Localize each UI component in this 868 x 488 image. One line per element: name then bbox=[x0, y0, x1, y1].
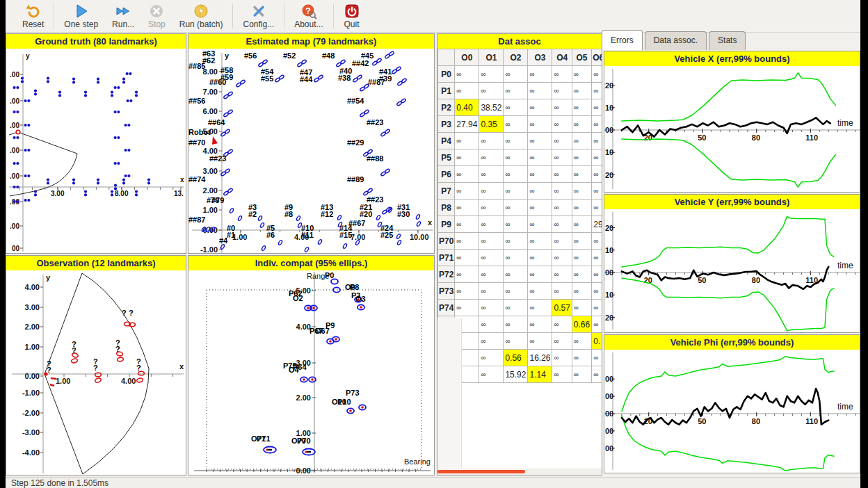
table-row: P9∞∞∞∞∞∞29 bbox=[438, 216, 602, 233]
svg-text:2.00: 2.00 bbox=[296, 393, 311, 402]
cell-P71-O2: ∞ bbox=[504, 250, 528, 266]
one-step-button[interactable]: One step bbox=[57, 0, 105, 32]
cell-P0-O6: ∞ bbox=[592, 66, 602, 83]
cell-P7-O5: ∞ bbox=[572, 183, 591, 200]
cell-P3-O4: ∞ bbox=[552, 116, 572, 133]
column-header-O6: O6 bbox=[592, 49, 602, 66]
cell-P3-O6: ∞ bbox=[592, 116, 602, 133]
about-button[interactable]: ?About... bbox=[287, 0, 330, 32]
vehicle-x-title: Vehicle X (err,99% bounds) bbox=[604, 51, 860, 66]
cell-P7-O1: ∞ bbox=[479, 183, 504, 200]
row-header: P7 bbox=[438, 183, 455, 200]
svg-text:##54: ##54 bbox=[347, 97, 364, 105]
column-header-O4: O4 bbox=[552, 49, 572, 66]
cell-P76-O3: ∞ bbox=[528, 333, 552, 350]
cell-P3-O3: ∞ bbox=[528, 116, 552, 133]
run-batch-icon bbox=[193, 3, 209, 19]
cell-P2-O4: ∞ bbox=[552, 99, 572, 116]
indiv-compat-plot: 5.004.003.002.001.000.00RangeBearingP0O0… bbox=[188, 270, 434, 475]
svg-text:##23: ##23 bbox=[209, 154, 226, 163]
svg-text:.00: .00 bbox=[10, 147, 19, 154]
cell-P2-O0: 0.40 bbox=[455, 99, 479, 116]
cell-P71-O0: ∞ bbox=[455, 250, 479, 266]
scrollbar-thumb[interactable] bbox=[437, 470, 525, 473]
svg-text:#44: #44 bbox=[300, 75, 313, 83]
quit-button[interactable]: Quit bbox=[337, 0, 367, 32]
table-row: P77∞∞0.5616.26∞∞∞ bbox=[438, 350, 602, 366]
svg-text:.00: .00 bbox=[10, 71, 19, 79]
cell-P73-O3: ∞ bbox=[528, 283, 552, 300]
cell-P70-O3: ∞ bbox=[528, 233, 552, 250]
svg-text:2.00: 2.00 bbox=[203, 186, 218, 195]
svg-text:10.00: 10.00 bbox=[410, 233, 429, 241]
cell-P71-O1: ∞ bbox=[479, 250, 504, 266]
row-header: P6 bbox=[438, 166, 455, 183]
svg-text:#38: #38 bbox=[338, 74, 351, 82]
run-button[interactable]: Run... bbox=[105, 0, 141, 32]
cell-P76-O6: 0. bbox=[592, 333, 602, 350]
svg-text:#79: #79 bbox=[211, 196, 224, 204]
row-header: P0 bbox=[438, 66, 455, 83]
svg-text:20: 20 bbox=[605, 171, 613, 179]
svg-text:##88: ##88 bbox=[367, 154, 383, 163]
svg-text:##70: ##70 bbox=[188, 138, 205, 147]
reset-button[interactable]: Reset bbox=[15, 0, 51, 32]
svg-text:?: ? bbox=[72, 346, 77, 355]
svg-text:50: 50 bbox=[698, 133, 706, 142]
cell-P70-O5: ∞ bbox=[572, 233, 591, 250]
cell-P1-O4: ∞ bbox=[552, 83, 572, 99]
svg-text:110: 110 bbox=[805, 133, 818, 142]
cell-P9-O4: ∞ bbox=[552, 216, 572, 233]
svg-text:#15: #15 bbox=[339, 231, 352, 239]
cell-P72-O5: ∞ bbox=[572, 266, 591, 283]
svg-text:Robot: Robot bbox=[188, 128, 211, 136]
vehicle-phi-chart: 2050801100000000000time bbox=[604, 350, 860, 473]
cell-P73-O4: ∞ bbox=[552, 283, 572, 300]
svg-text:00: 00 bbox=[12, 245, 20, 252]
table-row: P73∞∞∞∞∞∞∞ bbox=[438, 283, 602, 300]
svg-text:0.00: 0.00 bbox=[25, 372, 40, 380]
cell-P77-O5: ∞ bbox=[572, 350, 591, 366]
ground-truth-panel: Ground truth (80 landmarks) 3.008.0013..… bbox=[6, 33, 186, 254]
cell-P74-O6: ∞ bbox=[592, 300, 602, 316]
toolbar-button-label: Reset bbox=[22, 19, 44, 29]
cell-P70-O6: ∞ bbox=[592, 233, 602, 250]
cell-P2-O3: ∞ bbox=[528, 99, 552, 116]
tab-errors[interactable]: Errors bbox=[602, 30, 643, 50]
stop-button[interactable]: Stop bbox=[141, 0, 172, 32]
cell-P78-O3: 1.14 bbox=[528, 366, 552, 383]
table-row: P0∞∞∞∞∞∞∞ bbox=[438, 66, 602, 83]
cell-P77-O1: ∞ bbox=[479, 350, 504, 366]
vehicle-x-chart: 2050801102010001020time bbox=[604, 66, 860, 192]
cell-P78-O4: ∞ bbox=[552, 366, 572, 383]
toolbar-button-label: Quit bbox=[344, 19, 360, 29]
config-button[interactable]: Config... bbox=[236, 0, 281, 32]
svg-text:3.00: 3.00 bbox=[203, 167, 218, 175]
tab-stats[interactable]: Stats bbox=[709, 31, 746, 50]
run-icon bbox=[115, 3, 131, 19]
cell-P9-O0: ∞ bbox=[455, 216, 479, 233]
cell-P5-O1: ∞ bbox=[479, 149, 504, 166]
cell-P0-O2: ∞ bbox=[504, 66, 528, 83]
svg-text:?: ? bbox=[47, 366, 51, 374]
toolbar-separator bbox=[333, 3, 334, 29]
svg-text:#12: #12 bbox=[321, 210, 333, 218]
cell-P72-O2: ∞ bbox=[504, 266, 528, 283]
observation-panel: Observation (12 landmarks) 1.004.004.003… bbox=[6, 255, 186, 475]
svg-text:-4.00: -4.00 bbox=[22, 448, 40, 457]
run-batch-button[interactable]: Run (batch) bbox=[172, 0, 230, 32]
cell-P9-O2: ∞ bbox=[504, 216, 528, 233]
cell-P9-O5: ∞ bbox=[572, 216, 591, 233]
svg-text:3.00: 3.00 bbox=[51, 190, 65, 197]
table-horizontal-scrollbar[interactable] bbox=[437, 469, 602, 475]
svg-text:#20: #20 bbox=[360, 210, 372, 218]
svg-text:#30: #30 bbox=[397, 210, 410, 218]
cell-P75-O1: ∞ bbox=[479, 316, 504, 333]
tab-data-assoc[interactable]: Data assoc. bbox=[645, 31, 707, 50]
cell-P1-O3: ∞ bbox=[528, 83, 552, 99]
svg-text:20: 20 bbox=[605, 314, 613, 322]
svg-text:20: 20 bbox=[605, 224, 613, 232]
svg-text:#6: #6 bbox=[266, 231, 275, 239]
svg-text:20: 20 bbox=[605, 81, 613, 90]
svg-text:3.00: 3.00 bbox=[25, 303, 40, 311]
